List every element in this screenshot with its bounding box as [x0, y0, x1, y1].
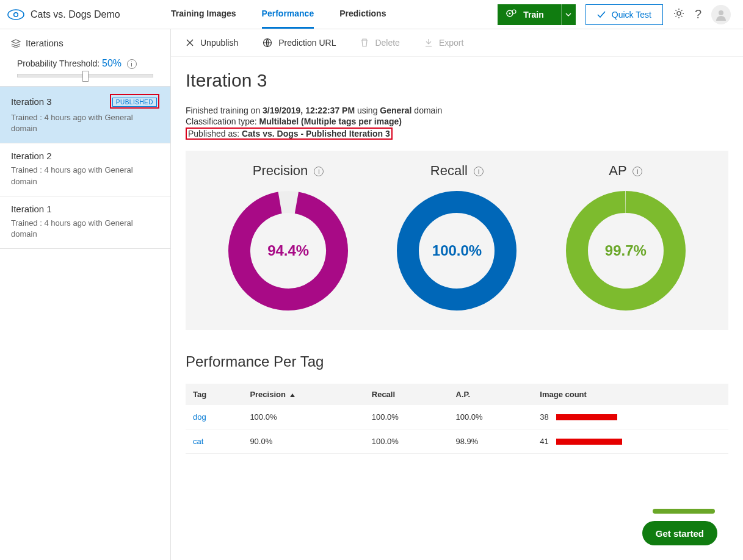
prediction-url-button[interactable]: Prediction URL [263, 38, 336, 48]
train-button-label: Train [523, 10, 543, 20]
recall-metric: Recall i 100.0% [396, 163, 518, 312]
iterations-label: Iterations [26, 38, 63, 48]
svg-point-4 [512, 10, 516, 13]
help-icon[interactable]: ? [695, 7, 701, 21]
delete-label: Delete [375, 38, 399, 48]
customvision-logo-icon [7, 9, 24, 20]
sort-up-icon [286, 390, 295, 399]
trash-icon [360, 38, 369, 48]
ap-metric: AP i 99.7% [565, 163, 687, 312]
layers-icon [11, 39, 21, 48]
page-title: Iteration 3 [186, 70, 728, 91]
train-button[interactable]: Train [498, 4, 560, 25]
recall-donut: 100.0% [396, 190, 518, 312]
tag-link-cat[interactable]: cat [193, 437, 203, 446]
threshold-slider[interactable] [17, 74, 153, 77]
svg-point-1 [14, 12, 18, 16]
export-button: Export [424, 38, 463, 48]
training-finished-line: Finished training on 3/19/2019, 12:22:37… [186, 106, 728, 115]
cell-recall: 100.0% [364, 429, 449, 454]
quick-test-label: Quick Test [612, 10, 651, 20]
train-split-button[interactable] [561, 4, 576, 25]
export-label: Export [439, 38, 463, 48]
classification-type-line: Classification type: Multilabel (Multipl… [186, 117, 728, 126]
cell-count: 41 [540, 437, 548, 446]
get-started-button[interactable]: Get started [642, 521, 717, 545]
iteration-toolbar: Unpublish Prediction URL Delete Export [171, 29, 743, 57]
iteration-subtitle: Trained : 4 hours ago with General domai… [11, 218, 151, 240]
iteration-name: Iteration 1 [11, 204, 52, 214]
cell-recall: 100.0% [364, 405, 449, 429]
iteration-subtitle: Trained : 4 hours ago with General domai… [11, 112, 151, 134]
info-icon[interactable]: i [632, 167, 642, 176]
settings-gear-icon[interactable] [673, 7, 685, 22]
train-button-group: Train [498, 4, 575, 25]
delete-button: Delete [360, 38, 399, 48]
chevron-down-icon [565, 13, 571, 16]
info-icon[interactable]: i [474, 167, 484, 176]
probability-threshold: Probability Threshold: 50% i [0, 54, 170, 86]
table-row: cat 90.0% 100.0% 98.9% 41 [186, 429, 728, 454]
svg-point-3 [509, 13, 511, 15]
col-tag[interactable]: Tag [186, 384, 242, 405]
cell-precision: 90.0% [242, 429, 364, 454]
svg-point-5 [677, 12, 681, 15]
perf-per-tag-heading: Performance Per Tag [186, 353, 728, 370]
progress-pill [653, 509, 715, 514]
cell-ap: 100.0% [449, 405, 533, 429]
published-badge: PUBLISHED [112, 98, 157, 107]
unpublish-label: Unpublish [200, 38, 238, 48]
svg-point-0 [8, 10, 24, 20]
prediction-url-label: Prediction URL [278, 38, 336, 48]
svg-point-6 [719, 10, 723, 15]
app-title: Cats vs. Dogs Demo [31, 9, 120, 20]
col-recall[interactable]: Recall [364, 384, 449, 405]
iteration-subtitle: Trained : 4 hours ago with General domai… [11, 165, 151, 187]
ap-donut: 99.7% [565, 190, 687, 312]
quick-test-button[interactable]: Quick Test [585, 4, 663, 25]
main-tabs: Training Images Performance Predictions [171, 0, 386, 29]
tag-link-dog[interactable]: dog [193, 412, 206, 422]
unpublish-button[interactable]: Unpublish [186, 38, 238, 48]
precision-value: 94.4% [267, 242, 309, 259]
threshold-label: Probability Threshold: [17, 59, 102, 68]
slider-thumb[interactable] [82, 71, 89, 82]
col-precision[interactable]: Precision [242, 384, 364, 405]
sidebar-item-iteration-1[interactable]: Iteration 1 Trained : 4 hours ago with G… [0, 196, 170, 249]
perf-per-tag-table: Tag Precision Recall A.P. Image count do… [186, 384, 728, 454]
gear-train-icon [506, 9, 517, 20]
col-image-count[interactable]: Image count [532, 384, 728, 405]
check-icon [597, 11, 606, 18]
close-icon [186, 38, 194, 47]
iterations-sidebar: Iterations Probability Threshold: 50% i … [0, 29, 171, 560]
iteration-name: Iteration 2 [11, 151, 52, 161]
sidebar-item-iteration-3[interactable]: Iteration 3 PUBLISHED Trained : 4 hours … [0, 86, 170, 143]
metrics-panel: Precision i 94.4% Recall i 100.0% AP i [186, 151, 728, 330]
cell-ap: 98.9% [449, 429, 533, 454]
count-bar [556, 439, 622, 445]
cell-count: 38 [540, 412, 548, 422]
info-icon[interactable]: i [127, 59, 137, 69]
precision-donut: 94.4% [227, 190, 349, 312]
main-content: Unpublish Prediction URL Delete Export I… [171, 29, 743, 560]
count-bar [556, 414, 617, 420]
tab-training-images[interactable]: Training Images [171, 0, 236, 29]
info-icon[interactable]: i [314, 167, 324, 176]
precision-metric: Precision i 94.4% [227, 163, 349, 312]
tab-performance[interactable]: Performance [262, 0, 314, 29]
iteration-name: Iteration 3 [11, 96, 52, 107]
cell-precision: 100.0% [242, 405, 364, 429]
published-badge-highlight: PUBLISHED [110, 94, 159, 109]
app-header: Cats vs. Dogs Demo Training Images Perfo… [0, 0, 743, 29]
tab-predictions[interactable]: Predictions [339, 0, 386, 29]
table-row: dog 100.0% 100.0% 100.0% 38 [186, 405, 728, 429]
globe-icon [263, 38, 272, 48]
iterations-header: Iterations [0, 29, 170, 54]
download-icon [424, 38, 433, 48]
published-as-line-highlight: Published as: Cats vs. Dogs - Published … [186, 127, 728, 140]
col-ap[interactable]: A.P. [449, 384, 533, 405]
sidebar-item-iteration-2[interactable]: Iteration 2 Trained : 4 hours ago with G… [0, 143, 170, 196]
threshold-value: 50% [102, 58, 121, 68]
user-avatar[interactable] [711, 5, 731, 24]
ap-value: 99.7% [605, 242, 647, 259]
